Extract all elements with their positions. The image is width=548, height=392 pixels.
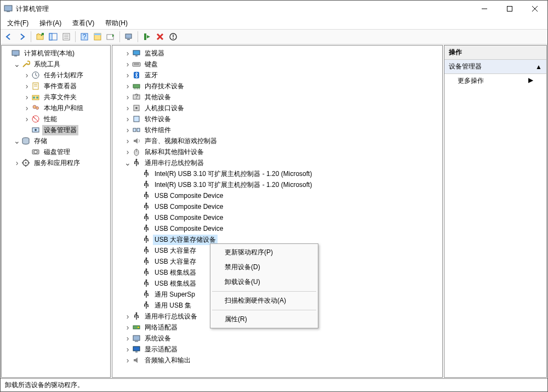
tree-item[interactable]: USB Composite Device — [113, 201, 441, 212]
tree-item[interactable]: ›音频输入和输出 — [113, 355, 441, 366]
svg-rect-57 — [133, 128, 136, 132]
tree-item[interactable]: ›声音、视频和游戏控制器 — [113, 135, 441, 146]
tree-item[interactable]: ›共享文件夹 — [3, 92, 109, 103]
tree-item[interactable]: ›服务和应用程序 — [3, 157, 109, 168]
tree-item[interactable]: ›软件组件 — [113, 124, 441, 135]
svg-rect-1 — [7, 11, 10, 12]
up-button[interactable] — [34, 31, 46, 43]
properties-button[interactable] — [60, 31, 72, 43]
expand-icon[interactable]: › — [123, 312, 132, 321]
expand-icon[interactable]: › — [123, 334, 132, 343]
expand-icon[interactable]: › — [123, 356, 132, 365]
context-menu-item[interactable]: 禁用设备(D) — [212, 260, 317, 275]
soft-icon — [132, 115, 141, 123]
expand-icon[interactable]: › — [123, 60, 132, 69]
actions-section[interactable]: 设备管理器 ▲ — [444, 60, 546, 74]
expand-icon[interactable]: › — [123, 323, 132, 332]
expand-icon[interactable]: › — [123, 82, 132, 90]
tree-item[interactable]: ⌄系统工具 — [3, 59, 109, 70]
close-button[interactable] — [522, 1, 547, 17]
expand-icon[interactable]: › — [123, 126, 132, 134]
expand-icon[interactable]: › — [22, 93, 31, 101]
tree-item-label: Intel(R) USB 3.10 可扩展主机控制器 - 1.20 (Micro… — [153, 169, 313, 179]
expand-icon[interactable]: › — [123, 104, 132, 112]
tree-item[interactable]: ›性能 — [3, 113, 109, 124]
tree-item-label: USB Composite Device — [153, 213, 225, 222]
tree-item[interactable]: USB Composite Device — [113, 190, 441, 201]
svg-rect-3 — [507, 7, 512, 12]
context-menu-item[interactable]: 更新驱动程序(P) — [212, 245, 317, 260]
expand-icon[interactable]: › — [123, 93, 132, 101]
tree-item[interactable]: ›键盘 — [113, 59, 441, 70]
tree-item[interactable]: ›人机接口设备 — [113, 103, 441, 113]
expand-icon[interactable]: › — [22, 115, 31, 123]
context-menu-item[interactable]: 卸载设备(U) — [212, 275, 317, 289]
tree-item[interactable]: ›内存技术设备 — [113, 81, 441, 92]
help-button[interactable]: ? — [78, 31, 90, 43]
tree-item[interactable]: Intel(R) USB 3.10 可扩展主机控制器 - 1.20 (Micro… — [113, 179, 441, 190]
expand-icon[interactable]: › — [22, 71, 31, 79]
maximize-button[interactable] — [497, 1, 522, 17]
tree-item[interactable]: ⌄通用串行总线控制器 — [113, 157, 441, 168]
comp-icon — [132, 126, 141, 134]
menu-help[interactable]: 帮助(H) — [103, 18, 130, 29]
tree-item[interactable]: ›显示适配器 — [113, 344, 441, 355]
toolbar-button-6[interactable] — [92, 31, 104, 43]
show-hide-tree-button[interactable] — [47, 31, 59, 43]
tree-item[interactable]: ⌄存储 — [3, 135, 109, 146]
context-menu-item[interactable]: 扫描检测硬件改动(A) — [212, 293, 317, 308]
devmgr-icon — [31, 126, 40, 134]
menu-action[interactable]: 操作(A) — [37, 18, 64, 29]
tree-item[interactable]: ›任务计划程序 — [3, 70, 109, 81]
tree-item[interactable]: USB Composite Device — [113, 212, 441, 223]
toolbar-button-7[interactable] — [105, 31, 117, 43]
expand-icon[interactable]: › — [123, 147, 132, 156]
svg-text:?: ? — [83, 33, 87, 41]
expand-icon[interactable]: › — [123, 345, 132, 354]
uninstall-button[interactable] — [154, 31, 166, 43]
tree-item[interactable]: ›监视器 — [113, 48, 441, 59]
actions-more[interactable]: 更多操作 ▶ — [444, 74, 546, 88]
tree-item[interactable]: ›软件设备 — [113, 113, 441, 124]
tree-item[interactable]: 计算机管理(本地) — [3, 48, 109, 59]
back-button[interactable] — [3, 31, 15, 43]
tree-item[interactable]: 设备管理器 — [3, 124, 109, 135]
tree-item[interactable]: ›系统设备 — [113, 333, 441, 344]
tree-item[interactable]: USB Composite Device — [113, 223, 441, 234]
expand-icon[interactable]: › — [123, 137, 132, 145]
net-icon — [132, 323, 141, 332]
collapse-icon[interactable]: ⌄ — [13, 60, 21, 69]
tree-item[interactable]: ›本地用户和组 — [3, 103, 109, 113]
expand-icon[interactable]: › — [13, 158, 21, 167]
tree-item[interactable]: Intel(R) USB 3.10 可扩展主机控制器 - 1.20 (Micro… — [113, 168, 441, 179]
tree-item[interactable]: ›事件查看器 — [3, 81, 109, 92]
svg-point-89 — [144, 262, 145, 263]
expand-icon[interactable]: › — [22, 104, 31, 112]
minimize-button[interactable] — [472, 1, 497, 17]
update-driver-button[interactable] — [167, 31, 179, 43]
svg-point-55 — [135, 107, 138, 109]
svg-point-100 — [146, 302, 147, 303]
context-menu-item[interactable]: 属性(R) — [212, 312, 317, 327]
tree-item[interactable]: ›蓝牙 — [113, 70, 441, 81]
expand-icon[interactable]: › — [123, 49, 132, 58]
expand-icon[interactable]: › — [123, 115, 132, 123]
tree-item[interactable]: ›?其他设备 — [113, 92, 441, 103]
svg-rect-66 — [147, 174, 149, 175]
usb-icon — [142, 235, 151, 244]
svg-point-95 — [144, 283, 145, 285]
collapse-icon[interactable]: ⌄ — [123, 158, 132, 167]
tree-item[interactable]: ›鼠标和其他指针设备 — [113, 146, 441, 157]
tree-item[interactable]: 磁盘管理 — [3, 146, 109, 157]
storage-icon — [21, 137, 30, 145]
expand-icon[interactable]: › — [123, 71, 132, 79]
expand-icon[interactable]: › — [22, 82, 31, 90]
forward-button[interactable] — [16, 31, 28, 43]
console-tree[interactable]: 计算机管理(本地)⌄系统工具›任务计划程序›事件查看器›共享文件夹›本地用户和组… — [2, 46, 110, 171]
usb-icon — [142, 202, 151, 211]
collapse-icon[interactable]: ⌄ — [13, 137, 21, 145]
scan-hardware-button[interactable] — [123, 31, 135, 43]
enable-button[interactable] — [141, 31, 153, 43]
menu-file[interactable]: 文件(F) — [5, 18, 31, 29]
menu-view[interactable]: 查看(V) — [70, 18, 96, 29]
